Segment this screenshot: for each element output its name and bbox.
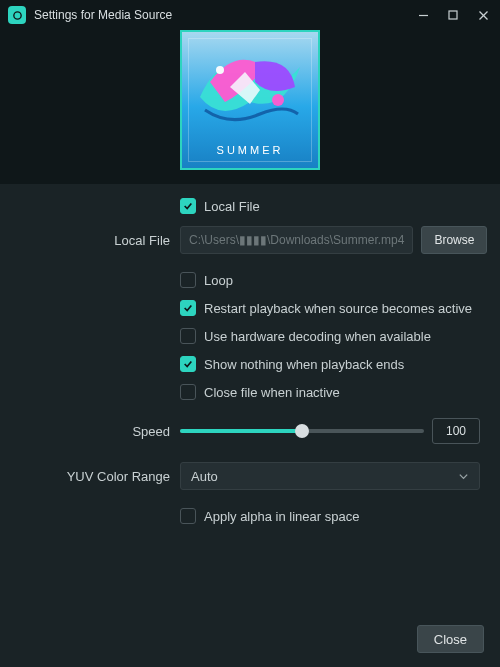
local-file-checkbox[interactable] xyxy=(180,198,196,214)
local-file-label: Local File xyxy=(20,233,170,248)
loop-checkbox-label[interactable]: Loop xyxy=(204,273,233,288)
apply-alpha-checkbox[interactable] xyxy=(180,508,196,524)
album-art-text: SUMMER xyxy=(182,144,318,156)
svg-point-6 xyxy=(216,66,224,74)
svg-rect-2 xyxy=(449,11,457,19)
window-title: Settings for Media Source xyxy=(34,8,414,22)
preview-area: SUMMER xyxy=(0,30,500,184)
close-button[interactable]: Close xyxy=(417,625,484,653)
yuv-color-range-value: Auto xyxy=(191,469,218,484)
minimize-button[interactable] xyxy=(414,6,432,24)
svg-point-0 xyxy=(13,11,20,18)
close-file-checkbox-label[interactable]: Close file when inactive xyxy=(204,385,340,400)
hardware-decoding-checkbox-label[interactable]: Use hardware decoding when available xyxy=(204,329,431,344)
settings-form: Local File Local File C:\Users\▮▮▮▮\Down… xyxy=(0,184,500,544)
app-icon xyxy=(8,6,26,24)
album-art-graphic xyxy=(190,42,310,142)
yuv-color-range-select[interactable]: Auto xyxy=(180,462,480,490)
show-nothing-checkbox-label[interactable]: Show nothing when playback ends xyxy=(204,357,404,372)
chevron-down-icon xyxy=(458,471,469,482)
speed-label: Speed xyxy=(20,424,170,439)
maximize-button[interactable] xyxy=(444,6,462,24)
apply-alpha-checkbox-label[interactable]: Apply alpha in linear space xyxy=(204,509,359,524)
close-file-checkbox[interactable] xyxy=(180,384,196,400)
title-bar: Settings for Media Source xyxy=(0,0,500,30)
footer-bar: Close xyxy=(0,615,500,667)
restart-playback-checkbox[interactable] xyxy=(180,300,196,316)
browse-button[interactable]: Browse xyxy=(421,226,487,254)
yuv-color-range-label: YUV Color Range xyxy=(20,469,170,484)
loop-checkbox[interactable] xyxy=(180,272,196,288)
restart-playback-checkbox-label[interactable]: Restart playback when source becomes act… xyxy=(204,301,472,316)
show-nothing-checkbox[interactable] xyxy=(180,356,196,372)
svg-point-5 xyxy=(272,94,284,106)
hardware-decoding-checkbox[interactable] xyxy=(180,328,196,344)
local-file-path-input[interactable]: C:\Users\▮▮▮▮\Downloads\Summer.mp4 xyxy=(180,226,413,254)
speed-slider[interactable] xyxy=(180,421,424,441)
speed-value-input[interactable]: 100 xyxy=(432,418,480,444)
local-file-checkbox-label[interactable]: Local File xyxy=(204,199,260,214)
media-preview-thumbnail[interactable]: SUMMER xyxy=(180,30,320,170)
close-window-button[interactable] xyxy=(474,6,492,24)
